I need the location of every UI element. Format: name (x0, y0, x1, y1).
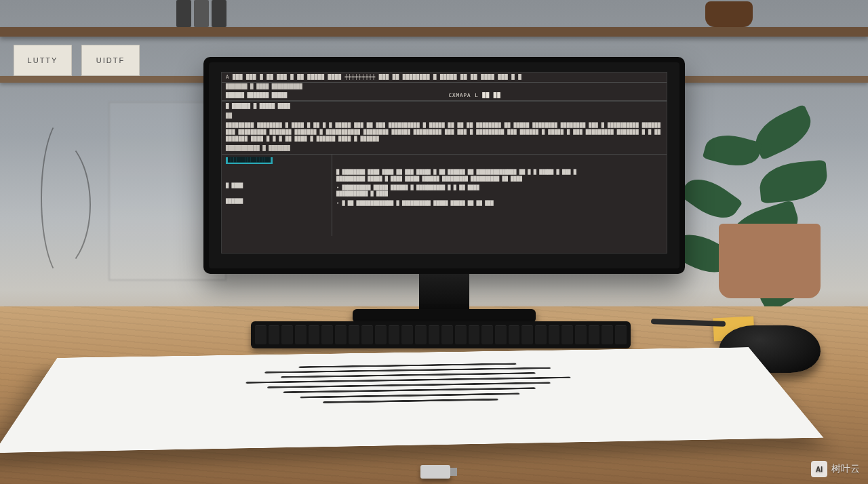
binder (176, 0, 191, 27)
watermark-text: 树叶云 (831, 463, 860, 475)
terminal-header-row: ██████ ███████ █████ CXMAPA L ██ ██ (222, 91, 667, 101)
terminal-screen: A ███ ███ █ ██ ███ █ ██ █████ ████ ╪╪╪╪╪… (221, 72, 667, 254)
terminal-lower-pane: ███████████████ █ ████ ██████ █ ████████… (222, 154, 667, 236)
terminal-section-label: █ ██████ █ █████ ████ (222, 101, 667, 111)
terminal-lower-left: ███████████████ █ ████ ██████ (222, 155, 332, 236)
watermark-badge: AI (811, 461, 827, 477)
monitor: A ███ ███ █ ██ ███ █ ██ █████ ████ ╪╪╪╪╪… (203, 57, 685, 274)
terminal-tabs-left: ██████ ███████ █████ (226, 92, 287, 99)
terminal-tabs-center: CXMAPA L ██ ██ (449, 92, 501, 99)
shelf-book-label: UIDTF (81, 45, 140, 76)
terminal-lower-left-item: █ ████ (226, 183, 328, 189)
monitor-stand-neck (419, 274, 469, 313)
terminal-subtitle: ███████ █ ████ ██████████ (222, 83, 667, 91)
terminal-paragraph: █████████ ████████ █ ████ █ ██ █ █ █████… (222, 120, 667, 144)
terminal-highlight: ███████████████ (226, 157, 273, 163)
plant-pot (719, 224, 821, 298)
watermark: AI 树叶云 (811, 461, 860, 477)
wall-shelf-upper (0, 27, 868, 37)
terminal-lower-left-item: ██████ (226, 199, 328, 205)
plant-left (0, 108, 102, 312)
shelf-book-label: LUTTY (14, 45, 72, 76)
paper-document (0, 347, 823, 453)
binder (194, 0, 209, 27)
terminal-lower-line: ██████████ █████ █ ████ █████ ██████ ███… (336, 176, 663, 182)
terminal-lower-right: █ ████████ ████ ████ ██ ███ █████ █ ██ █… (332, 155, 667, 236)
monitor-stand-base (353, 309, 536, 323)
terminal-lower-line: • █ ██ █████████████ █ ██████████ █████ … (336, 201, 663, 207)
usb-stick (420, 465, 450, 479)
keyboard (251, 321, 631, 348)
binder (212, 0, 226, 27)
terminal-list-header: ███████████ █ ███████ (222, 144, 667, 153)
monitor-bezel: A ███ ███ █ ██ ███ █ ██ █████ ████ ╪╪╪╪╪… (209, 62, 679, 268)
terminal-titlebar: A ███ ███ █ ██ ███ █ ██ █████ ████ ╪╪╪╪╪… (222, 73, 667, 83)
mug-on-shelf (705, 1, 753, 27)
terminal-lower-line: ███████████ █ ████ (336, 191, 663, 197)
terminal-lower-line: █ ████████ ████ ████ ██ ███ █████ █ ██ █… (336, 169, 663, 176)
terminal-section-sub: ██ (222, 112, 667, 120)
scene-root: LUTTY UIDTF A ███ ███ █ ██ ███ █ ██ ████… (0, 0, 868, 484)
